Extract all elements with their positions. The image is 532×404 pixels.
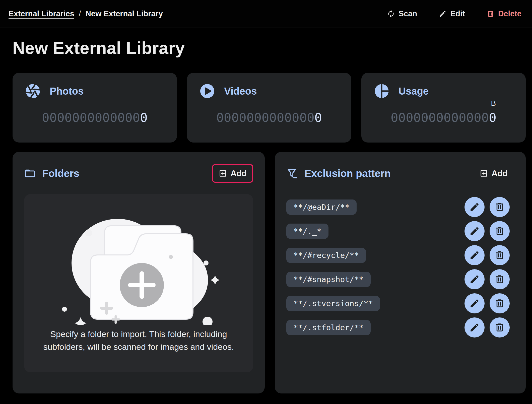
trash-icon [494, 322, 505, 333]
exclusion-add-button-label: Add [492, 169, 508, 178]
stat-label-usage: Usage [398, 86, 429, 97]
pencil-icon [469, 274, 480, 285]
breadcrumb-link-external-libraries[interactable]: External Libraries [9, 9, 74, 18]
folders-add-button[interactable]: Add [212, 164, 253, 183]
folder-icon [24, 168, 36, 179]
usage-count: 00000000000000B [391, 110, 496, 125]
pencil-icon [469, 202, 480, 212]
top-navigation-bar: External Libraries / New External Librar… [0, 0, 532, 28]
stat-label-videos: Videos [224, 86, 257, 97]
exclusion-pattern-list: **/@eaDir/** **/._* **/#recycle/** [286, 197, 514, 338]
trash-icon [494, 226, 505, 236]
pattern-edit-button[interactable] [464, 269, 485, 289]
folders-panel: Folders Add [13, 152, 265, 393]
pattern-chip: **/@eaDir/** [286, 199, 357, 215]
photos-count-value: 0 [140, 110, 148, 125]
videos-count-value: 0 [314, 110, 322, 125]
folders-panel-header: Folders Add [24, 163, 253, 183]
stat-number-area: 00000000000000 [25, 110, 165, 125]
stats-row: Photos 00000000000000 Videos 00000000000… [13, 73, 526, 143]
pattern-row: **/.stversions/** [286, 293, 514, 313]
external-library-detail-page: External Libraries / New External Librar… [0, 0, 532, 404]
scan-button[interactable]: Scan [385, 7, 419, 21]
pattern-row-actions [464, 197, 510, 217]
exclusion-panel-title-group: Exclusion pattern [286, 168, 391, 179]
pattern-row: **/.stfolder/** [286, 317, 514, 338]
pencil-icon [469, 322, 480, 333]
pattern-edit-button[interactable] [464, 245, 485, 265]
plus-box-icon [219, 169, 227, 178]
pattern-delete-button[interactable] [490, 293, 510, 313]
edit-button-label: Edit [450, 9, 465, 18]
usage-count-padding: 0000000000000 [391, 110, 489, 125]
filter-minus-icon [286, 168, 298, 179]
pattern-row-actions [464, 269, 510, 289]
pattern-delete-button[interactable] [490, 197, 510, 217]
folders-add-button-label: Add [231, 169, 247, 178]
breadcrumb-current: New External Library [86, 9, 163, 18]
empty-folder-illustration [58, 205, 219, 325]
delete-button[interactable]: Delete [485, 7, 523, 21]
breadcrumb-separator: / [79, 9, 81, 18]
pattern-delete-button[interactable] [490, 221, 510, 241]
pattern-row: **/#recycle/** [286, 245, 514, 265]
stat-card-photos-header: Photos [25, 83, 165, 99]
stat-card-usage: Usage 00000000000000B [361, 73, 526, 143]
exclusion-add-button[interactable]: Add [473, 164, 514, 183]
trash-icon [494, 250, 505, 260]
edit-button[interactable]: Edit [437, 7, 467, 21]
pattern-row: **/._* [286, 221, 514, 241]
panels-row: Folders Add [13, 152, 526, 393]
folders-empty-message: Specify a folder to import. This folder,… [34, 328, 243, 353]
photos-count-padding: 0000000000000 [42, 110, 140, 125]
pattern-chip: **/.stversions/** [286, 296, 380, 311]
stat-card-usage-header: Usage [373, 83, 514, 99]
exclusion-pattern-panel: Exclusion pattern Add **/@eaDir/** [275, 152, 526, 393]
stat-card-photos: Photos 00000000000000 [13, 73, 177, 143]
pattern-edit-button[interactable] [464, 221, 485, 241]
trash-icon [494, 274, 505, 285]
plus-box-icon [480, 169, 488, 178]
pattern-row: **/@eaDir/** [286, 197, 514, 217]
pattern-row-actions [464, 293, 510, 313]
trash-icon [494, 202, 505, 212]
pattern-chip: **/.stfolder/** [286, 320, 371, 335]
pattern-chip: **/#recycle/** [286, 248, 366, 263]
pattern-row-actions [464, 221, 510, 241]
stat-label-photos: Photos [50, 86, 84, 97]
page-title: New External Library [13, 38, 532, 58]
exclusion-panel-title: Exclusion pattern [304, 168, 391, 179]
exclusion-panel-header: Exclusion pattern Add [286, 163, 514, 183]
pattern-delete-button[interactable] [490, 317, 510, 338]
videos-count-padding: 0000000000000 [216, 110, 314, 125]
pattern-chip: **/._* [286, 224, 328, 239]
delete-button-label: Delete [498, 9, 521, 18]
aperture-icon [25, 83, 41, 99]
sync-icon [387, 10, 395, 18]
usage-count-value: 0 [489, 110, 496, 125]
pattern-delete-button[interactable] [490, 269, 510, 289]
pattern-edit-button[interactable] [464, 197, 485, 217]
usage-count-unit: B [491, 99, 496, 107]
folders-empty-state: Specify a folder to import. This folder,… [24, 194, 253, 372]
topbar-actions: Scan Edit Delete [385, 7, 523, 21]
scan-button-label: Scan [398, 9, 417, 18]
trash-icon [487, 10, 495, 18]
photos-count: 00000000000000 [42, 110, 148, 125]
pencil-icon [469, 298, 480, 309]
stat-number-area: 00000000000000 [199, 110, 339, 125]
pie-chart-icon [373, 83, 390, 99]
pencil-icon [469, 226, 480, 236]
trash-icon [494, 298, 505, 309]
pencil-icon [469, 250, 480, 260]
pattern-edit-button[interactable] [464, 317, 485, 338]
play-circle-icon [199, 83, 216, 99]
stat-number-area: 00000000000000B [373, 110, 514, 125]
breadcrumb: External Libraries / New External Librar… [9, 9, 163, 18]
folders-panel-title-group: Folders [24, 168, 79, 179]
pencil-icon [439, 10, 447, 18]
pattern-row: **/#snapshot/** [286, 269, 514, 289]
pattern-delete-button[interactable] [490, 245, 510, 265]
pattern-edit-button[interactable] [464, 293, 485, 313]
folders-panel-title: Folders [42, 168, 79, 179]
